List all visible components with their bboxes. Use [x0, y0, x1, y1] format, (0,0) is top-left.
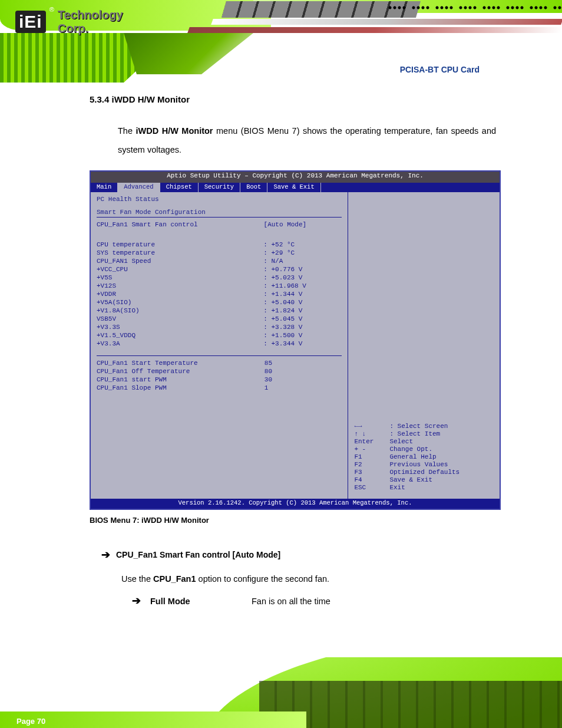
- row-val: : +1.344 V: [263, 291, 342, 299]
- help-desc: : Select Item: [389, 430, 440, 437]
- help-desc: Select: [389, 438, 413, 445]
- row-val: : +3.344 V: [263, 340, 342, 348]
- use-bold: CPU_Fan1: [153, 574, 196, 584]
- row-key: +V1.8A(SIO): [97, 307, 263, 315]
- table-row: +V3.3S: +3.328 V: [97, 324, 342, 332]
- use-post: option to configure the second fan.: [199, 574, 330, 584]
- intro-pre: The: [118, 126, 136, 136]
- mode-name: Full Mode: [150, 597, 203, 606]
- table-row: +V1.8A(SIO): +1.824 V: [97, 307, 342, 315]
- threshold-key: CPU_Fan1 Start Temperature: [97, 360, 265, 368]
- health-table: CPU temperature: +52 °CSYS temperature: …: [97, 241, 342, 348]
- row-val: : +5.023 V: [263, 274, 342, 282]
- logo: iEi ® Technology Corp.: [15, 6, 157, 38]
- bios-menu: Aptio Setup Utility – Copyright (C) 2013…: [90, 170, 501, 510]
- option-list: ➔ Full Mode Fan is on all the time: [132, 594, 496, 607]
- row-val: : N/A: [263, 258, 342, 266]
- row-val: : +52 °C: [263, 241, 342, 249]
- section-heading: 5.3.4 iWDD H/W Monitor: [90, 94, 496, 104]
- row-key: +VDDR: [97, 291, 263, 299]
- figure-caption: BIOS Menu 7: iWDD H/W Monitor: [90, 516, 496, 525]
- tab-security[interactable]: Security: [199, 183, 240, 192]
- threshold-row[interactable]: CPU_Fan1 Slope PWM 1: [97, 384, 342, 393]
- row-key: +V3.3S: [97, 324, 263, 332]
- footer-decor: Page 70: [0, 657, 562, 728]
- threshold-key: CPU_Fan1 start PWM: [97, 376, 265, 384]
- row-val: : +5.045 V: [263, 315, 342, 324]
- tab-advanced[interactable]: Advanced: [118, 183, 160, 192]
- divider: [97, 217, 342, 218]
- tab-main[interactable]: Main: [91, 183, 118, 192]
- row-key: +V5S: [97, 274, 263, 282]
- threshold-val: 80: [265, 368, 342, 376]
- threshold-key: CPU_Fan1 Slope PWM: [97, 384, 265, 393]
- intro-paragraph: The iWDD H/W Monitor menu (BIOS Menu 7) …: [118, 122, 496, 160]
- bios-right-pane: ←→: Select Screen ↑ ↓: Select Item Enter…: [348, 192, 500, 499]
- bios-left-pane: PC Health Status Smart Fan Mode Configur…: [91, 192, 348, 499]
- smart-fan-val: [Auto Mode]: [264, 221, 342, 229]
- table-row: CPU temperature: +52 °C: [97, 241, 342, 249]
- tab-boot[interactable]: Boot: [240, 183, 267, 192]
- help-desc: Change Opt.: [389, 446, 432, 453]
- row-val: : +1.824 V: [263, 307, 342, 315]
- tab-save-exit[interactable]: Save & Exit: [267, 183, 320, 192]
- logo-tech: Technology Corp.: [58, 8, 157, 35]
- bios-tabs: Main Advanced Chipset Security Boot Save…: [91, 183, 500, 192]
- logo-iei: iEi: [15, 11, 46, 33]
- option-use: Use the CPU_Fan1 option to configure the…: [121, 574, 496, 584]
- bios-title: Aptio Setup Utility – Copyright (C) 2013…: [91, 172, 500, 183]
- header-decor: [211, 19, 562, 25]
- row-val: : +0.776 V: [263, 266, 342, 274]
- bios-help: ←→: Select Screen ↑ ↓: Select Item Enter…: [354, 423, 490, 492]
- help-desc: Exit: [389, 484, 405, 491]
- arrow-left-right-icon: ←→: [354, 423, 386, 430]
- table-row: +V5A(SIO): +5.040 V: [97, 299, 342, 307]
- threshold-val: 1: [265, 384, 342, 393]
- row-key: CPU_FAN1 Speed: [97, 258, 263, 266]
- table-row: +VDDR: +1.344 V: [97, 291, 342, 299]
- threshold-row[interactable]: CPU_Fan1 Off Temperature 80: [97, 368, 342, 376]
- row-key: +V5A(SIO): [97, 299, 263, 307]
- threshold-row[interactable]: CPU_Fan1 Start Temperature 85: [97, 360, 342, 368]
- pc-health-label: PC Health Status: [97, 196, 342, 203]
- list-item: ➔ Full Mode Fan is on all the time: [132, 594, 496, 607]
- row-key: +V12S: [97, 282, 263, 291]
- help-key: + -: [354, 446, 386, 453]
- table-row: VSB5V: +5.045 V: [97, 315, 342, 324]
- table-row: +VCC_CPU: +0.776 V: [97, 266, 342, 274]
- page-number: Page 70: [16, 717, 45, 726]
- help-key: ESC: [354, 484, 386, 491]
- table-row: +V3.3A: +3.344 V: [97, 340, 342, 348]
- row-val: : +5.040 V: [263, 299, 342, 307]
- help-key: Enter: [354, 438, 386, 445]
- help-key: F2: [354, 461, 386, 468]
- row-key: +V3.3A: [97, 340, 263, 348]
- help-desc: Save & Exit: [389, 476, 432, 483]
- arrow-up-down-icon: ↑ ↓: [354, 430, 386, 437]
- arrow-right-icon: ➔: [101, 548, 110, 561]
- mode-desc: Fan is on all the time: [252, 597, 330, 606]
- help-key: F4: [354, 476, 386, 483]
- registered-icon: ®: [49, 6, 54, 13]
- table-row: +V5S: +5.023 V: [97, 274, 342, 282]
- threshold-val: 85: [265, 360, 342, 368]
- smart-fan-row[interactable]: CPU_Fan1 Smart Fan control [Auto Mode]: [97, 221, 342, 229]
- help-desc: : Select Screen: [389, 423, 448, 430]
- tab-chipset[interactable]: Chipset: [160, 183, 199, 192]
- header-decor: [385, 0, 562, 15]
- row-val: : +29 °C: [263, 249, 342, 258]
- series-label: PCISA-BT CPU Card: [400, 65, 480, 74]
- row-key: +VCC_CPU: [97, 266, 263, 274]
- threshold-key: CPU_Fan1 Off Temperature: [97, 368, 265, 376]
- table-row: CPU_FAN1 Speed: N/A: [97, 258, 342, 266]
- divider: [97, 355, 342, 356]
- row-val: : +1.500 V: [263, 332, 342, 340]
- smart-fan-heading: Smart Fan Mode Configuration: [97, 209, 342, 216]
- table-row: +V1.5_VDDQ: +1.500 V: [97, 332, 342, 340]
- header-decor: [187, 27, 562, 33]
- row-val: : +3.328 V: [263, 324, 342, 332]
- option-heading-line: ➔ CPU_Fan1 Smart Fan control [Auto Mode]: [90, 548, 496, 561]
- row-key: +V1.5_VDDQ: [97, 332, 263, 340]
- threshold-row[interactable]: CPU_Fan1 start PWM 30: [97, 376, 342, 384]
- row-val: : +11.968 V: [263, 282, 342, 291]
